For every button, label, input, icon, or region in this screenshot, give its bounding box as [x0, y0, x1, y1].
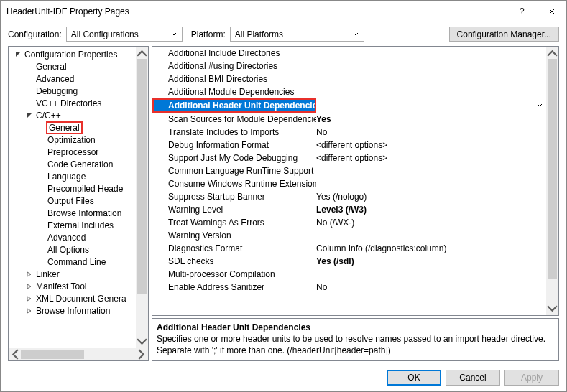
tree-hscrollbar[interactable]: [9, 348, 148, 360]
property-value[interactable]: Yes (/sdl): [316, 256, 546, 266]
configuration-manager-button[interactable]: Configuration Manager...: [449, 27, 559, 42]
property-grid-wrap: Additional Include DirectoriesAdditional…: [152, 46, 559, 316]
expand-closed-icon[interactable]: [24, 284, 34, 289]
tree-item[interactable]: XML Document Genera: [9, 292, 136, 304]
property-row[interactable]: Debug Information Format<different optio…: [152, 139, 546, 151]
scroll-up-icon[interactable]: [546, 47, 558, 59]
chevron-down-icon[interactable]: [533, 103, 546, 108]
apply-button[interactable]: Apply: [504, 370, 559, 386]
property-row[interactable]: Diagnostics FormatColumn Info (/diagnost…: [152, 242, 546, 255]
tree-label: Manifest Tool: [34, 281, 88, 291]
svg-marker-8: [27, 309, 31, 313]
property-row[interactable]: Scan Sources for Module DependenciesYes: [152, 113, 546, 126]
tree-item[interactable]: Browse Information: [9, 207, 136, 219]
svg-marker-7: [27, 297, 31, 301]
tree-item[interactable]: External Includes: [9, 219, 136, 231]
tree-item[interactable]: Browse Information: [9, 304, 136, 317]
platform-value: All Platforms: [235, 29, 351, 39]
property-value[interactable]: No: [316, 127, 546, 137]
property-row[interactable]: Treat Warnings As ErrorsNo (/WX-): [152, 216, 546, 229]
property-value[interactable]: Yes: [316, 114, 546, 124]
tree-label: Command Line: [46, 257, 107, 267]
tree[interactable]: Configuration PropertiesGeneralAdvancedD…: [9, 47, 136, 348]
property-name: Additional BMI Directories: [152, 74, 316, 84]
tree-item[interactable]: Manifest Tool: [9, 280, 136, 292]
tree-item[interactable]: Configuration Properties: [9, 48, 136, 60]
property-row[interactable]: Translate Includes to ImportsNo: [152, 126, 546, 139]
configuration-value: All Configurations: [71, 29, 169, 39]
property-value[interactable]: No (/WX-): [316, 218, 546, 228]
property-row[interactable]: Suppress Startup BannerYes (/nologo): [152, 190, 546, 203]
property-row[interactable]: Additional #using Directories: [152, 60, 546, 73]
expand-open-icon[interactable]: [13, 52, 23, 57]
close-button[interactable]: [538, 1, 566, 22]
property-name: Additional Include Directories: [152, 48, 316, 58]
property-row[interactable]: Enable Address SanitizerNo: [152, 281, 546, 294]
scroll-down-icon[interactable]: [136, 336, 148, 348]
tree-item[interactable]: General: [9, 121, 136, 134]
property-value[interactable]: Level3 (/W3): [316, 205, 546, 215]
tree-item[interactable]: Preprocessor: [9, 146, 136, 158]
property-value[interactable]: <different options>: [316, 140, 546, 150]
property-row[interactable]: Additional Module Dependencies: [152, 85, 546, 98]
grid-vscrollbar[interactable]: [546, 47, 558, 315]
property-value[interactable]: Column Info (/diagnostics:column): [316, 243, 546, 253]
help-button[interactable]: ?: [509, 1, 538, 22]
configuration-dropdown[interactable]: All Configurations: [66, 27, 183, 42]
tree-item[interactable]: Output Files: [9, 195, 136, 207]
scroll-left-icon[interactable]: [9, 348, 21, 360]
tree-item[interactable]: Precompiled Heade: [9, 182, 136, 195]
expand-open-icon[interactable]: [24, 113, 34, 118]
tree-label: C/C++: [34, 111, 63, 121]
tree-item[interactable]: Code Generation: [9, 158, 136, 170]
property-name: Debug Information Format: [152, 140, 316, 150]
tree-label: Linker: [34, 269, 61, 279]
property-row[interactable]: Additional Header Unit Dependencies: [152, 98, 546, 113]
expand-closed-icon[interactable]: [24, 308, 34, 314]
property-row[interactable]: Common Language RunTime Support: [152, 164, 546, 177]
property-row[interactable]: Warning LevelLevel3 (/W3): [152, 203, 546, 216]
property-name: Scan Sources for Module Dependencies: [152, 114, 316, 124]
tree-item[interactable]: Advanced: [9, 73, 136, 85]
tree-item[interactable]: All Options: [9, 243, 136, 256]
property-row[interactable]: Multi-processor Compilation: [152, 268, 546, 281]
ok-button[interactable]: OK: [387, 370, 441, 386]
tree-item[interactable]: VC++ Directories: [9, 97, 136, 109]
property-row[interactable]: Warning Version: [152, 229, 546, 242]
property-row[interactable]: Additional Include Directories: [152, 47, 546, 60]
expand-closed-icon[interactable]: [24, 296, 34, 302]
description-body: Specifies one or more header units to be…: [157, 333, 554, 356]
property-value[interactable]: Yes (/nologo): [316, 192, 546, 202]
scroll-right-icon[interactable]: [136, 348, 148, 360]
right-panel: Additional Include DirectoriesAdditional…: [152, 46, 559, 361]
property-row[interactable]: Additional BMI Directories: [152, 73, 546, 85]
svg-marker-4: [27, 113, 32, 118]
tree-item[interactable]: Debugging: [9, 85, 136, 97]
property-row[interactable]: Support Just My Code Debugging<different…: [152, 151, 546, 164]
property-grid[interactable]: Additional Include DirectoriesAdditional…: [152, 47, 546, 315]
tree-label: Configuration Properties: [23, 50, 119, 60]
tree-item[interactable]: Command Line: [9, 256, 136, 268]
expand-closed-icon[interactable]: [24, 271, 34, 277]
tree-label: XML Document Genera: [34, 294, 128, 304]
cancel-button[interactable]: Cancel: [446, 370, 500, 386]
tree-item[interactable]: C/C++: [9, 109, 136, 121]
tree-item[interactable]: Language: [9, 170, 136, 182]
tree-label: Code Generation: [46, 159, 114, 169]
scroll-up-icon[interactable]: [136, 47, 148, 59]
property-value[interactable]: <different options>: [316, 153, 546, 163]
tree-label: Browse Information: [46, 208, 123, 218]
configuration-label: Configuration:: [8, 29, 62, 39]
scroll-down-icon[interactable]: [546, 303, 558, 315]
property-row[interactable]: SDL checksYes (/sdl): [152, 255, 546, 268]
tree-vscrollbar[interactable]: [136, 47, 148, 348]
property-name: Translate Includes to Imports: [152, 127, 316, 137]
tree-item[interactable]: Linker: [9, 268, 136, 280]
property-value[interactable]: No: [316, 282, 546, 292]
property-row[interactable]: Consume Windows Runtime Extension: [152, 177, 546, 190]
property-name: Additional Module Dependencies: [152, 87, 316, 97]
tree-item[interactable]: General: [9, 60, 136, 73]
tree-item[interactable]: Optimization: [9, 134, 136, 146]
tree-item[interactable]: Advanced: [9, 231, 136, 243]
platform-dropdown[interactable]: All Platforms: [230, 27, 364, 42]
